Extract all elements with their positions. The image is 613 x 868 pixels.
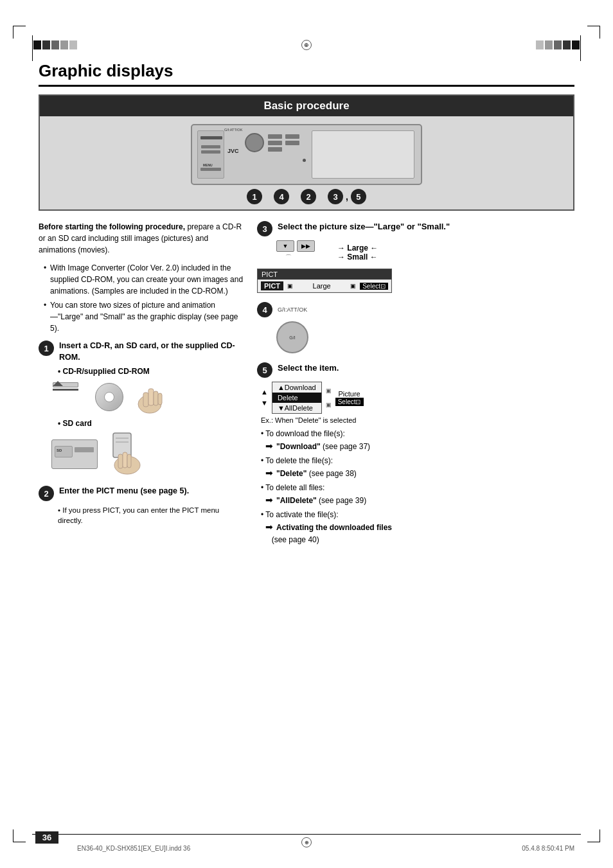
small-arrow-label: → Small ← — [337, 252, 378, 261]
footer-filename: EN36-40_KD-SHX851[EX_EU]I.indd 36 — [77, 845, 190, 852]
before-starting-section: Before starting the following procedure,… — [39, 221, 244, 256]
bullet-activate: • To activate the file(s): ➡ Activating … — [257, 509, 574, 545]
basic-procedure-title: Basic procedure — [40, 96, 573, 116]
step4-number: 4 — [257, 302, 272, 317]
footer-date: 05.4.8 8:50:41 PM — [522, 845, 574, 852]
step-3-circle: 3 — [328, 189, 343, 204]
svg-rect-1 — [143, 393, 148, 407]
svg-rect-10 — [123, 452, 127, 468]
step-1-circle: 1 — [247, 189, 262, 204]
step-4-block: 4 G/I:ATT/OK G/I — [257, 302, 574, 353]
ok-button-diagram: G/I — [276, 321, 308, 353]
footer-registration-mark: ⊕ — [301, 837, 312, 847]
device-step-labels: 1 4 2 3 , 5 — [247, 189, 366, 204]
step-1-block: 1 Insert a CD-R, an SD card, or the supp… — [39, 341, 244, 477]
large-arrow-label: → Large ← — [337, 244, 378, 252]
step3-heading: Select the picture size—"Large" or "Smal… — [278, 221, 450, 233]
bullet-download: • To download the file(s): ➡ "Download" … — [257, 428, 574, 453]
svg-rect-9 — [118, 454, 123, 468]
bullet-alldelete: • To delete all files: ➡ "AllDelete" (se… — [257, 482, 574, 507]
step-5-block: 5 Select the item. ▲ ▼ ▲Download — [257, 362, 574, 545]
step1-sub1: • CD-R/supplied CD-ROM — [58, 367, 244, 376]
step-5-circle: 5 — [351, 189, 366, 204]
svg-rect-2 — [148, 389, 154, 405]
step1-sub2: • SD card — [58, 419, 244, 428]
select-item-display: ▲Download Delete ▼AllDelete — [272, 382, 322, 414]
basic-procedure-box: Basic procedure MENU JVC G — [39, 94, 574, 211]
svg-rect-4 — [158, 393, 162, 405]
pict-display: PICT PICT ▣ Large ▣ Select⊡ — [257, 269, 392, 293]
step2-note: • If you press PICT, you can enter the P… — [58, 505, 244, 526]
step4-label: G/I:ATT/OK — [278, 306, 307, 313]
step2-heading: Enter the PICT menu (see page 5). — [59, 486, 189, 497]
before-starting-bullets: With Image Converter (Color Ver. 2.0) in… — [39, 262, 244, 334]
bullet-delete: • To delete the file(s): ➡ "Delete" (see… — [257, 455, 574, 480]
bullet-1: With Image Converter (Color Ver. 2.0) in… — [44, 262, 244, 297]
page-number: 36 — [35, 831, 58, 844]
step-2-circle: 2 — [301, 189, 316, 204]
step3-number: 3 — [257, 221, 272, 236]
svg-rect-11 — [127, 454, 131, 468]
step-3-block: 3 Select the picture size—"Large" or "Sm… — [257, 221, 574, 293]
step2-number: 2 — [39, 486, 54, 501]
device-diagram: MENU JVC G/I:ATT/OK — [40, 116, 573, 209]
step1-number: 1 — [39, 341, 54, 356]
registration-mark: ⊕ — [301, 40, 312, 50]
svg-rect-3 — [154, 391, 158, 405]
step5-example: Ex.: When "Delete" is selected — [261, 416, 574, 424]
bullet-2: You can store two sizes of picture and a… — [44, 299, 244, 334]
step-2-block: 2 Enter the PICT menu (see page 5). • If… — [39, 486, 244, 526]
step1-heading: Insert a CD-R, an SD card, or the suppli… — [59, 341, 244, 363]
step-4-circle: 4 — [274, 189, 289, 204]
svg-rect-5 — [113, 433, 131, 457]
pict-select-btn: Select⊡ — [360, 283, 388, 290]
page-title: Graphic displays — [39, 61, 574, 87]
before-starting-heading: Before starting the following procedure, — [39, 222, 185, 231]
step5-heading: Select the item. — [278, 362, 339, 374]
step5-number: 5 — [257, 362, 272, 378]
bottom-divider — [32, 834, 581, 835]
